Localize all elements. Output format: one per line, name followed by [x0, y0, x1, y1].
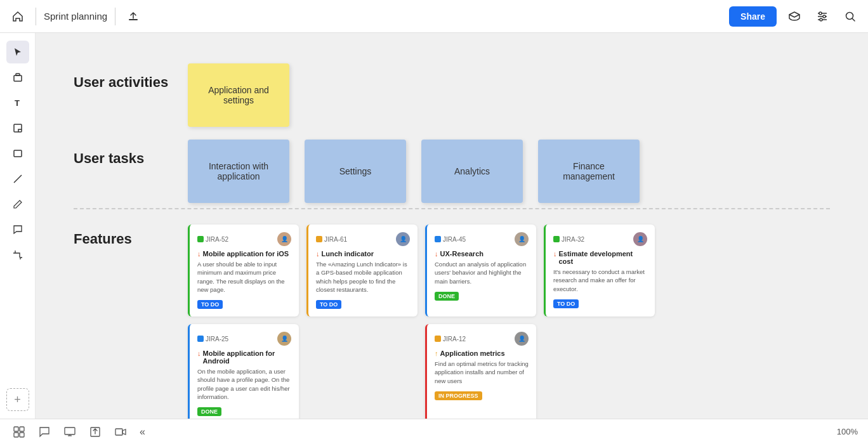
section-divider [74, 208, 830, 209]
canvas-content: User activities Application and settings… [36, 33, 868, 419]
jira-label: JIRA-52 [197, 236, 228, 243]
svg-rect-15 [14, 427, 18, 431]
topbar-divider-1 [36, 8, 36, 25]
svg-point-6 [820, 18, 822, 21]
feature-card-jira-61[interactable]: JIRA-61 👤 ↓ Lunch indicator The «Amazing… [306, 225, 418, 317]
status-badge: IN PROGRESS [435, 391, 482, 400]
card-header: JIRA-12 👤 [435, 332, 529, 346]
svg-point-4 [819, 12, 822, 15]
sticky-analytics[interactable]: Analytics [421, 140, 523, 203]
user-tasks-heading: User tasks [74, 150, 173, 168]
card-header: JIRA-45 👤 [435, 232, 529, 246]
zoom-level: 100% [837, 427, 858, 436]
feature-cards-row2: JIRA-25 👤 ↓ Mobile application for Andro… [188, 324, 830, 419]
feature-card-jira-32[interactable]: JIRA-32 👤 ↓ Estimate development cost It… [544, 225, 655, 317]
jira-icon [197, 236, 204, 242]
svg-rect-17 [14, 433, 18, 437]
jira-label: JIRA-61 [316, 236, 347, 243]
page-title: Sprint planning [44, 11, 107, 22]
pen-tool[interactable] [6, 193, 29, 216]
status-badge: TO DO [316, 300, 341, 309]
status-badge: DONE [197, 407, 221, 416]
feature-cards-container: JIRA-52 👤 ↓ Mobile application for iOS A… [188, 225, 662, 324]
sticky-finance[interactable]: Finance management [538, 140, 640, 203]
cursor-tool[interactable] [6, 41, 29, 63]
svg-rect-19 [65, 428, 75, 434]
card-header: JIRA-52 👤 [197, 232, 291, 246]
svg-rect-0 [129, 19, 138, 20]
sticky-interaction[interactable]: Interaction with application [188, 140, 289, 203]
priority-icon: ↓ [197, 250, 201, 258]
rectangle-tool[interactable] [6, 142, 29, 165]
export-tool[interactable] [86, 423, 104, 441]
feature-card-jira-25[interactable]: JIRA-25 👤 ↓ Mobile application for Andro… [188, 324, 299, 419]
user-activities-stickies: Application and settings [188, 63, 289, 127]
user-activities-row: User activities Application and settings [74, 63, 830, 127]
card-desc: It's necessary to conduct a market resea… [553, 268, 647, 293]
svg-text:T: T [15, 98, 20, 108]
user-tasks-row: User tasks Interaction with application … [74, 140, 830, 203]
jira-icon [435, 236, 441, 242]
status-badge: DONE [435, 292, 459, 301]
user-tasks-stickies: Interaction with application Settings An… [188, 140, 647, 203]
card-header: JIRA-61 👤 [316, 232, 410, 246]
search-icon[interactable] [840, 6, 860, 27]
card-desc: Find an optimal metrics for tracking app… [435, 360, 529, 385]
learn-icon[interactable] [784, 6, 805, 27]
upload-button[interactable] [123, 6, 143, 27]
card-title: ↓ UX-Research [435, 250, 529, 258]
avatar: 👤 [396, 232, 410, 246]
user-tasks-label: User tasks [74, 140, 188, 168]
collapse-button[interactable]: « [140, 426, 145, 438]
card-desc: Conduct an analysis of application users… [435, 260, 529, 285]
svg-point-7 [846, 12, 853, 19]
card-title: ↑ Application metrics [435, 349, 529, 357]
card-header: JIRA-32 👤 [553, 232, 647, 246]
svg-line-8 [853, 18, 855, 21]
bottombar: « 100% [0, 419, 868, 444]
svg-rect-23 [115, 429, 122, 435]
svg-rect-13 [14, 150, 22, 157]
priority-icon: ↓ [553, 250, 557, 258]
share-button[interactable]: Share [729, 6, 777, 27]
toolbar-sidebar: T + [0, 33, 36, 419]
feature-card-jira-12[interactable]: JIRA-12 👤 ↑ Application metrics Find an … [425, 324, 536, 419]
comment-tool[interactable] [6, 218, 29, 241]
jira-label: JIRA-45 [435, 236, 466, 243]
jira-icon [316, 236, 322, 242]
card-desc: A user should be able to input minimum a… [197, 260, 291, 294]
crop-tool[interactable] [6, 244, 29, 266]
card-title: ↓ Estimate development cost [553, 250, 647, 265]
sticky-application-settings[interactable]: Application and settings [188, 63, 289, 127]
frame-tool[interactable] [6, 66, 29, 89]
priority-icon: ↓ [197, 349, 201, 357]
features-label: Features [74, 225, 188, 247]
line-tool[interactable] [6, 167, 29, 190]
priority-icon: ↓ [316, 250, 320, 258]
svg-rect-10 [16, 74, 20, 75]
grid-tool[interactable] [10, 423, 28, 441]
sticky-settings[interactable]: Settings [305, 140, 406, 203]
card-desc: On the mobile application, a user should… [197, 367, 291, 401]
sticky-tool[interactable] [6, 117, 29, 140]
card-desc: The «Amazing Lunch Indicator» is a GPS-b… [316, 260, 410, 294]
svg-rect-16 [20, 427, 24, 431]
status-badge: TO DO [197, 300, 223, 309]
home-button[interactable] [8, 6, 28, 27]
svg-line-14 [14, 175, 22, 183]
user-activities-label: User activities [74, 63, 188, 92]
add-tool-button[interactable]: + [6, 388, 29, 411]
chat-tool[interactable] [36, 423, 53, 441]
canvas: User activities Application and settings… [36, 33, 868, 419]
svg-point-5 [823, 15, 825, 18]
video-tool[interactable] [112, 423, 129, 441]
feature-card-jira-52[interactable]: JIRA-52 👤 ↓ Mobile application for iOS A… [188, 225, 299, 317]
feature-card-jira-45[interactable]: JIRA-45 👤 ↓ UX-Research Conduct an analy… [425, 225, 536, 317]
text-tool[interactable]: T [6, 91, 29, 114]
jira-label: JIRA-32 [553, 236, 584, 243]
screen-tool[interactable] [61, 423, 79, 441]
controls-icon[interactable] [812, 6, 832, 27]
topbar-divider-2 [115, 8, 115, 25]
avatar: 👤 [277, 332, 291, 346]
empty-slot [306, 324, 425, 419]
